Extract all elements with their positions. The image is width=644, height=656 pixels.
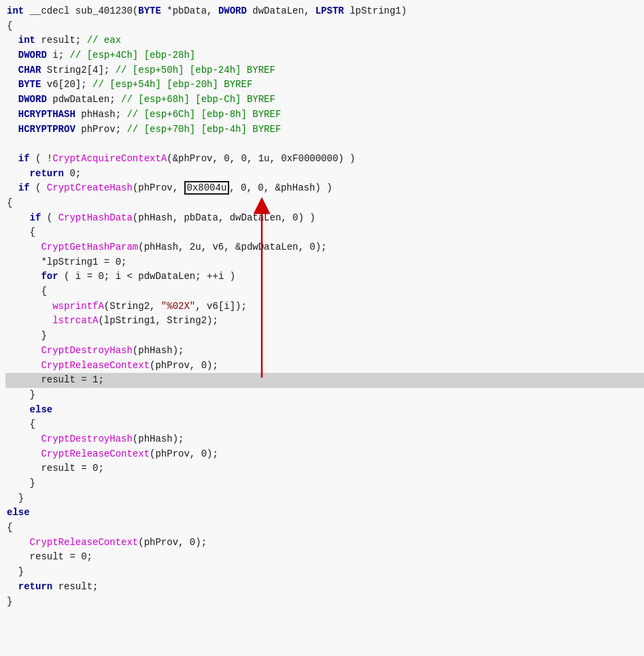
keyword-dword1: DWORD — [218, 5, 247, 16]
fn-releasecontext-3: CryptReleaseContext — [30, 537, 139, 548]
line-outer-close-1: } — [5, 491, 644, 506]
kw-dword2: DWORD — [18, 94, 47, 105]
comment-phhash: // [esp+6Ch] [ebp-8h] BYREF — [126, 109, 281, 120]
line-releasecontext-1: CryptReleaseContext(phProv, 0); — [5, 359, 644, 374]
line-for-brace-close: } — [5, 329, 644, 344]
code-viewer: int __cdecl sub_401230(BYTE *pbData, DWO… — [0, 0, 644, 613]
fn-releasecontext-2: CryptReleaseContext — [41, 448, 150, 459]
fn-acquire: CryptAcquireContextA — [52, 153, 167, 164]
keyword-byte: BYTE — [138, 5, 161, 16]
line-else-outer-brace: { — [5, 521, 644, 536]
line-decl-3: CHAR String2[4]; // [esp+50h] [ebp-24h] … — [5, 63, 644, 78]
line-return-result: return result; — [5, 580, 644, 595]
fn-releasecontext-1: CryptReleaseContext — [41, 360, 150, 371]
line-else-outer: else — [5, 506, 644, 521]
line-if-createhash: if ( CryptCreateHash(phProv, 0x8004u, 0,… — [5, 181, 644, 196]
line-open-brace: { — [5, 19, 644, 34]
kw-dword: DWORD — [18, 50, 47, 61]
kw-return-2: return — [18, 581, 52, 592]
keyword-int: int — [7, 5, 24, 16]
fn-wsprintfa: wsprintfA — [52, 301, 104, 312]
kw-char: CHAR — [18, 65, 41, 76]
line-decl-1: int result; // eax — [5, 33, 644, 48]
kw-else-1: else — [30, 404, 53, 415]
fn-destroyhash-2: CryptDestroyHash — [41, 433, 132, 444]
kw-else-outer: else — [7, 507, 30, 518]
kw-int: int — [18, 35, 35, 46]
kw-byte: BYTE — [18, 79, 41, 90]
line-else-outer-close: } — [5, 565, 644, 580]
line-final-brace: } — [5, 595, 644, 610]
kw-if-3: if — [30, 212, 41, 223]
line-brace-2: { — [5, 196, 644, 211]
line-empty-1 — [5, 137, 644, 152]
line-destroyhash-1: CryptDestroyHash(phHash); — [5, 344, 644, 359]
comment-pdw: // [esp+68h] [ebp-Ch] BYREF — [121, 94, 275, 105]
line-if-acquire: if ( !CryptAcquireContextA(&phProv, 0, 0… — [5, 152, 644, 167]
line-gethashparam: CryptGetHashParam(phHash, 2u, v6, &pdwDa… — [5, 240, 644, 255]
line-else-brace-1: { — [5, 417, 644, 432]
line-decl-4: BYTE v6[20]; // [esp+54h] [ebp-20h] BYRE… — [5, 78, 644, 93]
kw-return-1: return — [30, 168, 64, 179]
line-for-brace-open: { — [5, 284, 644, 299]
line-result-1: result = 1; — [5, 373, 644, 388]
line-decl-7: HCRYPTPROV phProv; // [esp+70h] [ebp-4h]… — [5, 122, 644, 137]
line-decl-2: DWORD i; // [esp+4Ch] [ebp-28h] — [5, 48, 644, 63]
kw-if-1: if — [18, 153, 30, 164]
fn-lstrcata: lstrcatA — [52, 315, 98, 326]
line-brace-3: { — [5, 225, 644, 240]
line-else-brace-close-1: } — [5, 476, 644, 491]
line-if-hashdata: if ( CryptHashData(phHash, pbData, dwDat… — [5, 211, 644, 226]
fn-destroyhash-1: CryptDestroyHash — [41, 345, 132, 356]
line-result-3: result = 0; — [5, 550, 644, 565]
boxed-value: 0x8004u — [184, 181, 230, 195]
comment-phprov: // [esp+70h] [ebp-4h] BYREF — [126, 124, 281, 135]
keyword-lpstr: LPSTR — [316, 5, 344, 16]
comment-eax: // eax — [87, 35, 121, 46]
line-inner-close-1: } — [5, 388, 644, 403]
kw-hcryptprov: HCRYPTPROV — [18, 124, 75, 135]
line-decl-5: DWORD pdwDataLen; // [esp+68h] [ebp-Ch] … — [5, 93, 644, 108]
line-wsprintfa: wsprintfA(String2, "%02X", v6[i]); — [5, 299, 644, 314]
line-else-1: else — [5, 403, 644, 418]
kw-if-2: if — [18, 182, 30, 193]
line-lstrcata: lstrcatA(lpString1, String2); — [5, 314, 644, 329]
comment-i: // [esp+4Ch] [ebp-28h] — [69, 50, 195, 61]
comment-v6: // [esp+54h] [ebp-20h] BYREF — [92, 79, 252, 90]
line-decl-6: HCRYPTHASH phHash; // [esp+6Ch] [ebp-8h]… — [5, 108, 644, 122]
line-destroyhash-2: CryptDestroyHash(phHash); — [5, 432, 644, 447]
kw-for: for — [41, 271, 58, 282]
line-releasecontext-3: CryptReleaseContext(phProv, 0); — [5, 536, 644, 551]
line-for: for ( i = 0; i < pdwDataLen; ++i ) — [5, 269, 644, 284]
str-format: "%02X" — [161, 301, 195, 312]
line-lpstring-zero: *lpString1 = 0; — [5, 255, 644, 270]
fn-gethashparam: CryptGetHashParam — [41, 242, 138, 252]
kw-hcrypthash: HCRYPTHASH — [18, 109, 75, 120]
fn-createhash: CryptCreateHash — [47, 182, 133, 193]
line-result-2: result = 0; — [5, 461, 644, 476]
comment-str2: // [esp+50h] [ebp-24h] BYREF — [116, 65, 275, 76]
line-signature: int __cdecl sub_401230(BYTE *pbData, DWO… — [5, 4, 644, 19]
fn-hashdata: CryptHashData — [58, 212, 133, 223]
line-return-0-first: return 0; — [5, 167, 644, 182]
line-releasecontext-2: CryptReleaseContext(phProv, 0); — [5, 447, 644, 462]
